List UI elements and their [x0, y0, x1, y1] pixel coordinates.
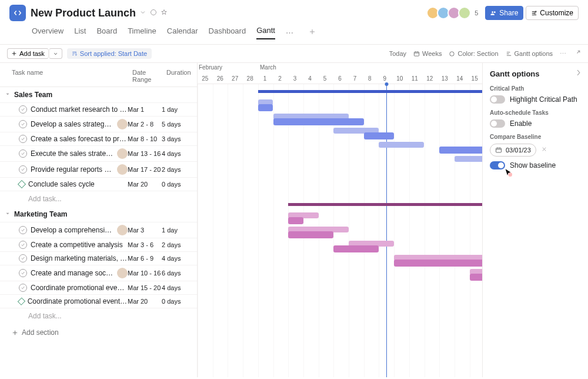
add-task-button[interactable]: Add task	[7, 48, 49, 59]
collapse-icon[interactable]	[5, 91, 11, 99]
info-icon[interactable]	[150, 9, 157, 18]
panel-collapse-icon[interactable]	[573, 69, 581, 78]
task-name[interactable]: Conclude sales cycle	[28, 180, 95, 188]
task-name[interactable]: Develop a sales strategy that...	[31, 120, 113, 128]
assignee-avatar[interactable]	[117, 164, 128, 175]
task-name[interactable]: Design marketing materials, such as...	[31, 254, 128, 262]
section-bar[interactable]	[288, 203, 482, 206]
task-duration[interactable]: 4 days	[162, 284, 195, 291]
task-bar[interactable]	[333, 245, 379, 252]
avatar-overflow-count[interactable]: 5	[475, 9, 478, 16]
task-name[interactable]: Coordinate promotional events, such...	[28, 297, 128, 305]
today-button[interactable]: Today	[389, 50, 406, 57]
tab-calendar[interactable]: Calendar	[167, 26, 198, 39]
customize-button[interactable]: Customize	[526, 6, 579, 20]
complete-icon[interactable]	[19, 226, 27, 234]
gantt-options-button[interactable]: Gantt options	[506, 50, 553, 57]
task-bar[interactable]	[364, 132, 394, 139]
assignee-avatar[interactable]	[117, 148, 128, 159]
assignee-avatar[interactable]	[117, 268, 128, 278]
task-date[interactable]: Mar 6 - 9	[128, 255, 162, 262]
complete-icon[interactable]	[19, 254, 27, 262]
section-name[interactable]: Sales Team	[14, 91, 52, 99]
task-date[interactable]: Mar 17 - 20	[128, 166, 162, 173]
task-duration[interactable]: 2 days	[162, 241, 195, 248]
complete-icon[interactable]	[19, 284, 27, 292]
tab-overview[interactable]: Overview	[32, 26, 64, 39]
task-name[interactable]: Create a competitive analysis	[31, 241, 123, 249]
color-option[interactable]: Color: Section	[449, 50, 498, 57]
sort-pill[interactable]: Sort applied: Start Date	[67, 48, 152, 59]
collapse-icon[interactable]	[5, 210, 11, 218]
show-baseline-toggle[interactable]	[490, 161, 505, 169]
task-date[interactable]: Mar 15 - 20	[128, 284, 162, 291]
more-tabs-icon[interactable]: ⋯	[286, 28, 293, 37]
task-bar[interactable]	[258, 104, 273, 111]
add-task-dropdown[interactable]	[49, 48, 62, 59]
task-name[interactable]: Provide regular reports and...	[31, 165, 113, 174]
task-name[interactable]: Coordinate promotional events,...	[31, 284, 128, 292]
task-bar[interactable]	[470, 274, 482, 281]
complete-icon[interactable]	[19, 149, 27, 158]
task-duration[interactable]: 4 days	[162, 150, 195, 157]
milestone-icon[interactable]	[18, 297, 25, 305]
tab-dashboard[interactable]: Dashboard	[209, 26, 246, 39]
task-date[interactable]: Mar 20	[128, 181, 162, 188]
task-duration[interactable]: 5 days	[162, 121, 195, 128]
tab-board[interactable]: Board	[96, 26, 117, 39]
share-button[interactable]: Share	[485, 6, 523, 20]
tab-timeline[interactable]: Timeline	[128, 26, 156, 39]
avatar[interactable]	[458, 6, 471, 19]
task-date[interactable]: Mar 20	[128, 298, 162, 305]
task-duration[interactable]: 2 days	[162, 166, 195, 173]
task-duration[interactable]: 0 days	[162, 298, 195, 305]
add-tab-button[interactable]	[309, 28, 316, 37]
task-name[interactable]: Execute the sales strategy by...	[31, 149, 113, 158]
expand-icon[interactable]	[573, 49, 581, 58]
section-name[interactable]: Marketing Team	[14, 210, 67, 218]
task-name[interactable]: Develop a comprehensive...	[31, 226, 113, 234]
milestone-icon[interactable]	[18, 180, 26, 188]
add-task-inline[interactable]: Add task...	[0, 308, 197, 324]
task-name[interactable]: Create and manage social media...	[31, 269, 113, 277]
auto-schedule-toggle[interactable]	[490, 119, 505, 128]
task-date[interactable]: Mar 3 - 6	[128, 241, 162, 248]
zoom-weeks[interactable]: Weeks	[413, 50, 442, 57]
task-bar[interactable]	[394, 260, 482, 267]
task-duration[interactable]: 4 days	[162, 255, 195, 262]
more-icon[interactable]: ⋯	[560, 50, 566, 58]
add-section-button[interactable]: Add section	[0, 324, 197, 341]
task-name[interactable]: Conduct market research to identify...	[31, 105, 128, 114]
chevron-down-icon[interactable]	[139, 9, 146, 18]
task-bar[interactable]	[273, 118, 364, 125]
assignee-avatar[interactable]	[117, 225, 128, 235]
task-date[interactable]: Mar 3	[128, 227, 162, 234]
tab-list[interactable]: List	[74, 26, 86, 39]
task-date[interactable]: Mar 8 - 10	[128, 135, 162, 142]
complete-icon[interactable]	[19, 120, 27, 128]
task-duration[interactable]: 0 days	[162, 181, 195, 188]
highlight-critical-toggle[interactable]	[490, 95, 505, 104]
complete-icon[interactable]	[19, 269, 27, 277]
tab-gantt[interactable]: Gantt	[256, 26, 275, 39]
task-duration[interactable]: 1 day	[162, 106, 195, 113]
task-name[interactable]: Create a sales forecast to project...	[31, 135, 128, 143]
complete-icon[interactable]	[19, 105, 27, 114]
task-date[interactable]: Mar 1	[128, 106, 162, 113]
task-date[interactable]: Mar 2 - 8	[128, 121, 162, 128]
task-bar[interactable]	[288, 217, 303, 224]
task-date[interactable]: Mar 10 - 16	[128, 270, 162, 277]
task-duration[interactable]: 1 day	[162, 227, 195, 234]
task-bar[interactable]	[439, 147, 482, 154]
task-date[interactable]: Mar 13 - 16	[128, 150, 162, 157]
complete-icon[interactable]	[19, 165, 27, 174]
star-icon[interactable]	[161, 9, 168, 18]
complete-icon[interactable]	[19, 135, 27, 143]
task-duration[interactable]: 3 days	[162, 135, 195, 142]
task-bar[interactable]	[288, 231, 333, 238]
complete-icon[interactable]	[19, 241, 27, 249]
add-task-inline[interactable]: Add task...	[0, 191, 197, 207]
assignee-avatar[interactable]	[117, 119, 128, 129]
clear-baseline-icon[interactable]	[541, 146, 547, 154]
baseline-date-chip[interactable]: 03/01/23	[490, 144, 536, 157]
